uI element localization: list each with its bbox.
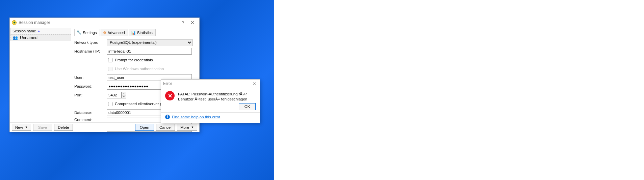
delete-button[interactable]: Delete <box>54 124 73 131</box>
app-icon: ◉ <box>12 20 17 25</box>
session-list-pane: Session name ▲ 👥 Unnamed <box>10 27 72 122</box>
button-label: Save <box>38 125 47 129</box>
close-button[interactable]: ✕ <box>188 20 197 25</box>
tab-statistics[interactable]: 📊 Statistics <box>129 29 156 36</box>
session-icon: 👥 <box>13 35 18 40</box>
tab-settings[interactable]: 🔧 Settings <box>74 29 100 36</box>
tab-label: Statistics <box>137 31 153 35</box>
wrench-icon: 🔧 <box>77 30 81 35</box>
session-list-header[interactable]: Session name ▲ <box>10 28 71 34</box>
session-item[interactable]: 👥 Unnamed <box>10 34 71 41</box>
label-network-type: Network type: <box>74 40 107 44</box>
bottom-button-bar: New ▼ Save Delete Open Cancel More ▼ <box>10 122 199 132</box>
spinner-up-icon[interactable]: ▲ <box>122 92 126 95</box>
button-label: Cancel <box>159 125 172 129</box>
windows-auth-input <box>108 67 112 71</box>
info-icon: i <box>165 115 170 119</box>
help-button[interactable]: ? <box>178 20 188 25</box>
network-type-select[interactable]: PostgreSQL (experimental) <box>107 39 192 46</box>
button-label: Delete <box>58 125 69 129</box>
tab-bar: 🔧 Settings ⚙ Advanced 📊 Statistics <box>74 29 197 36</box>
error-title: Error <box>163 81 251 86</box>
error-titlebar[interactable]: Error ✕ <box>161 80 260 88</box>
tab-label: Advanced <box>108 31 125 35</box>
button-label: Open <box>140 125 149 129</box>
label-password: Password: <box>74 84 107 88</box>
label-port: Port: <box>74 93 107 97</box>
new-button[interactable]: New ▼ <box>12 124 31 131</box>
prompt-credentials-checkbox[interactable]: Prompt for credentials <box>107 57 197 63</box>
tab-label: Settings <box>83 31 97 35</box>
ok-button[interactable]: OK <box>239 103 256 110</box>
cancel-button[interactable]: Cancel <box>156 124 175 131</box>
label-hostname: Hostname / IP: <box>74 49 107 53</box>
session-item-label: Unnamed <box>20 35 37 40</box>
save-button: Save <box>33 124 52 131</box>
more-button[interactable]: More ▼ <box>177 124 197 131</box>
hostname-input[interactable] <box>107 48 192 55</box>
checkbox-label: Prompt for credentials <box>115 58 153 62</box>
titlebar[interactable]: ◉ Session manager ? ✕ <box>10 18 199 27</box>
button-label: New <box>15 125 23 129</box>
label-user: User: <box>74 76 107 80</box>
help-link[interactable]: Find some help on this error <box>172 115 220 119</box>
label-comment: Comment: <box>74 118 107 122</box>
chart-icon: 📊 <box>131 31 136 35</box>
spinner-down-icon[interactable]: ▼ <box>122 95 126 98</box>
checkbox-label: Use Windows authentication <box>115 67 164 71</box>
gear-icon: ⚙ <box>103 31 106 35</box>
error-dialog: Error ✕ ✕ FATAL: Passwort-Authentifizier… <box>161 79 260 123</box>
button-label: OK <box>244 104 250 109</box>
error-message: FATAL: Passwort-Authentifizierung fÃ¼r B… <box>178 92 256 102</box>
button-label: More <box>180 125 189 129</box>
port-spinner[interactable]: ▲ ▼ <box>122 92 126 98</box>
sort-asc-icon: ▲ <box>37 29 41 33</box>
open-button[interactable]: Open <box>135 124 154 131</box>
prompt-credentials-input[interactable] <box>108 58 112 62</box>
error-close-button[interactable]: ✕ <box>251 81 258 86</box>
dropdown-caret-icon: ▼ <box>25 126 28 129</box>
compressed-input[interactable] <box>108 102 112 106</box>
port-input[interactable] <box>107 92 122 98</box>
windows-auth-checkbox: Use Windows authentication <box>107 66 197 72</box>
dropdown-caret-icon: ▼ <box>191 126 194 129</box>
window-title: Session manager <box>19 20 178 25</box>
error-icon: ✕ <box>165 91 175 100</box>
column-header-label: Session name <box>12 29 36 33</box>
tab-advanced[interactable]: ⚙ Advanced <box>101 29 128 36</box>
label-database: Database: <box>74 111 107 115</box>
